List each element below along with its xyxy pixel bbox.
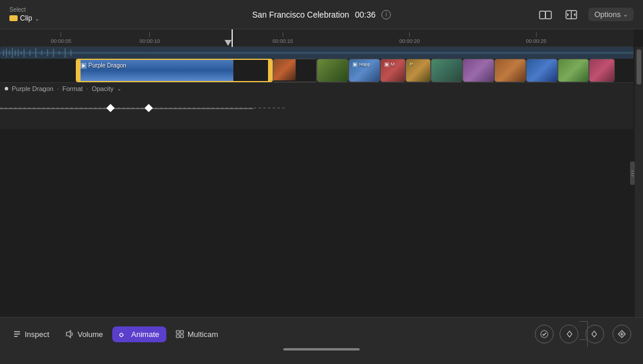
chevron-down-icon: ⌄ <box>35 15 39 22</box>
svg-rect-12 <box>15 50 16 56</box>
clip8-thumb <box>463 59 494 82</box>
multicam-label: Multicam <box>187 330 218 339</box>
check-button[interactable] <box>535 325 554 343</box>
clip-selector[interactable]: Clip ⌄ <box>9 14 39 22</box>
multicam-icon <box>176 330 184 338</box>
svg-rect-1 <box>545 11 551 19</box>
options-button[interactable]: Options ⌄ <box>588 8 634 21</box>
clip2-thumb <box>273 59 296 80</box>
scrollbar-thumb[interactable] <box>637 49 641 85</box>
handle-line-3 <box>631 176 634 176</box>
timeline-expand-handle[interactable] <box>630 161 635 185</box>
svg-rect-15 <box>24 49 25 57</box>
bottom-right-buttons <box>535 325 631 343</box>
clip4-label: Happ <box>353 62 370 67</box>
clip-thumb-7 <box>211 60 233 81</box>
clip-9[interactable] <box>494 59 526 82</box>
svg-rect-17 <box>35 48 36 58</box>
options-label: Options <box>594 10 621 19</box>
keyframe-lane <box>0 99 634 117</box>
clip-8[interactable] <box>463 59 494 82</box>
handle-line-1 <box>631 171 634 171</box>
clip-4[interactable]: Happ <box>349 59 380 82</box>
volume-label: Volume <box>78 330 103 339</box>
waveform-svg <box>0 47 634 59</box>
track-container: Purple Dragon Happ <box>0 47 634 82</box>
purple-dragon-label: Purple Dragon <box>88 62 126 69</box>
compare-button[interactable] <box>562 7 580 22</box>
svg-rect-21 <box>59 51 60 55</box>
ruler-label-2: 00:00:10 <box>139 38 160 44</box>
volume-button[interactable]: Volume <box>59 326 110 342</box>
add-keyframe-button[interactable] <box>612 325 631 343</box>
svg-marker-41 <box>567 331 572 337</box>
svg-marker-42 <box>592 331 597 337</box>
select-label: Select <box>9 6 39 13</box>
clip-right-handle[interactable] <box>268 60 272 81</box>
svg-rect-7 <box>0 52 634 54</box>
clip-type-icon <box>81 63 86 69</box>
clip9-thumb <box>495 59 525 82</box>
handle-line-2 <box>631 173 634 174</box>
main-track: Purple Dragon Happ <box>0 59 634 82</box>
svg-rect-36 <box>176 331 179 333</box>
clip-thumb-5 <box>166 60 189 81</box>
clip10-thumb <box>527 59 557 82</box>
svg-marker-34 <box>66 331 71 338</box>
volume-icon <box>66 330 74 338</box>
toolbar-right: Options ⌄ <box>537 7 634 22</box>
clip11-thumb <box>558 59 589 82</box>
bottom-toolbar: Inspect Volume Animate <box>0 317 643 364</box>
svg-rect-22 <box>65 48 66 58</box>
clip5-label: M <box>384 62 395 67</box>
clip-dot <box>5 87 8 90</box>
next-keyframe-button[interactable] <box>585 325 604 343</box>
clip5-icon <box>384 62 389 67</box>
svg-rect-9 <box>6 49 7 57</box>
ruler-label-4: 00:00:20 <box>399 38 420 44</box>
svg-rect-11 <box>12 48 13 58</box>
svg-rect-10 <box>9 50 10 55</box>
clip-2[interactable] <box>273 59 317 82</box>
format-label[interactable]: Format <box>62 85 83 92</box>
svg-marker-6 <box>574 13 575 16</box>
inspect-button[interactable]: Inspect <box>6 326 56 342</box>
svg-rect-16 <box>29 50 31 56</box>
add-keyframe-icon <box>618 330 626 338</box>
toolbar-center: San Francisco Celebration 00:36 i <box>252 10 391 19</box>
chevron-down-icon-kf: ⌄ <box>117 86 122 92</box>
clip-10[interactable] <box>526 59 558 82</box>
clip4-type-icon <box>353 62 357 67</box>
clip-thumb-4 <box>144 60 166 81</box>
check-icon <box>540 330 548 338</box>
prev-keyframe-button[interactable] <box>560 325 578 343</box>
selected-clip-purple-dragon[interactable]: Purple Dragon <box>76 59 272 82</box>
opacity-label[interactable]: Opacity <box>92 85 113 92</box>
keyframe-diamond-1[interactable] <box>106 104 115 112</box>
svg-rect-35 <box>119 333 123 337</box>
animate-icon <box>119 330 128 338</box>
clip-thumb-6 <box>189 60 211 81</box>
animate-button[interactable]: Animate <box>112 326 166 342</box>
bracket-line <box>587 321 588 347</box>
clip-3[interactable] <box>317 59 349 82</box>
separator-dot: · <box>57 85 59 92</box>
ruler-label-3: 00:00:15 <box>273 38 293 44</box>
clip-12[interactable] <box>589 59 614 82</box>
multicam-button[interactable]: Multicam <box>169 326 225 342</box>
clip12-thumb <box>590 59 614 82</box>
bottom-left-buttons: Inspect Volume Animate <box>6 326 225 342</box>
svg-rect-38 <box>176 335 179 338</box>
clip-appearance-button[interactable] <box>537 7 554 22</box>
inspect-icon <box>13 330 21 338</box>
clip-5[interactable]: M <box>380 59 406 82</box>
keyframe-diamond-2[interactable] <box>145 104 153 112</box>
clip3-thumb <box>317 59 348 82</box>
clip-7[interactable] <box>431 59 463 82</box>
clip-11[interactable] <box>558 59 590 82</box>
vertical-scrollbar[interactable] <box>635 47 643 317</box>
clip-6[interactable]: P <box>406 59 431 82</box>
clip6-text: P <box>410 62 413 67</box>
svg-rect-8 <box>3 50 4 56</box>
info-icon[interactable]: i <box>381 10 391 19</box>
